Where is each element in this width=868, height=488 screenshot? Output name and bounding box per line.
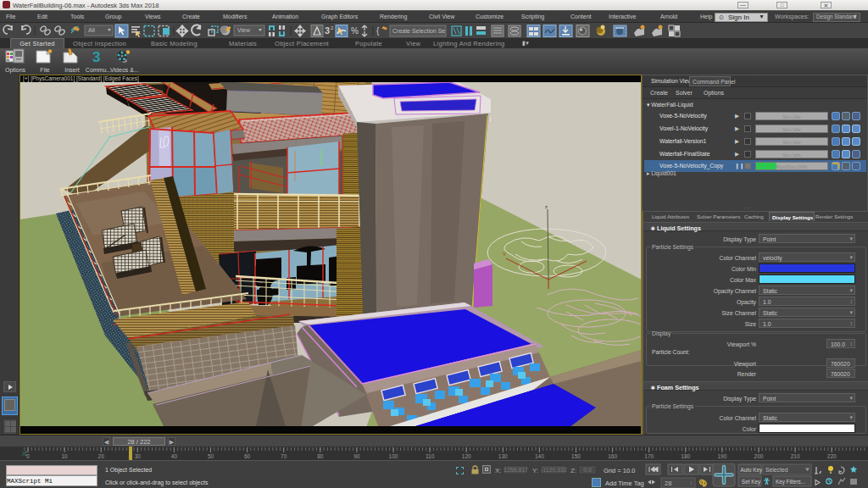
svg-text:3: 3: [92, 49, 100, 65]
svg-text:40: 40: [171, 453, 178, 459]
svg-text:⤮: ⤮: [21, 451, 27, 457]
svg-text:Create Selection Se: Create Selection Se: [392, 28, 445, 34]
svg-text:130: 130: [498, 453, 508, 459]
svg-text:100: 100: [389, 453, 398, 459]
svg-text:160: 160: [608, 453, 617, 459]
svg-text:Y: Y: [503, 252, 506, 257]
svg-text:2: 2: [331, 25, 334, 30]
svg-text:30: 30: [135, 453, 142, 459]
svg-text:10: 10: [61, 453, 68, 459]
svg-text:80: 80: [317, 453, 324, 459]
svg-text:z: z: [545, 204, 548, 209]
svg-text:120: 120: [462, 453, 471, 459]
svg-text:170: 170: [644, 453, 654, 459]
svg-text:90: 90: [353, 453, 360, 459]
svg-text:220: 220: [827, 453, 837, 459]
svg-text:70: 70: [281, 453, 287, 459]
svg-text:180: 180: [681, 453, 690, 459]
svg-text:150: 150: [571, 453, 581, 459]
svg-text:210: 210: [791, 453, 800, 459]
svg-text:20: 20: [98, 453, 105, 459]
svg-text:50: 50: [208, 453, 214, 459]
svg-text:3: 3: [325, 25, 330, 36]
svg-text:View: View: [237, 27, 251, 33]
svg-text:{: {: [376, 26, 380, 36]
svg-text:[+] [PhysCamera001] [Standard]: [+] [PhysCamera001] [Standard] [Edged Fa…: [23, 75, 139, 82]
svg-text:0: 0: [26, 453, 30, 459]
svg-text:%: %: [351, 26, 359, 36]
svg-text:28: 28: [665, 480, 671, 487]
svg-text:60: 60: [244, 453, 251, 459]
svg-text:190: 190: [717, 453, 726, 459]
svg-text:Selected: Selected: [765, 467, 788, 473]
svg-text:Set Key: Set Key: [742, 479, 761, 485]
svg-text:140: 140: [535, 453, 544, 459]
svg-text:110: 110: [426, 453, 435, 459]
svg-text:Key Filters...: Key Filters...: [776, 479, 805, 485]
svg-text:Auto Key: Auto Key: [741, 467, 763, 474]
svg-text:200: 200: [754, 453, 764, 459]
svg-text:All: All: [88, 27, 95, 33]
svg-text:↕: ↕: [690, 480, 693, 485]
